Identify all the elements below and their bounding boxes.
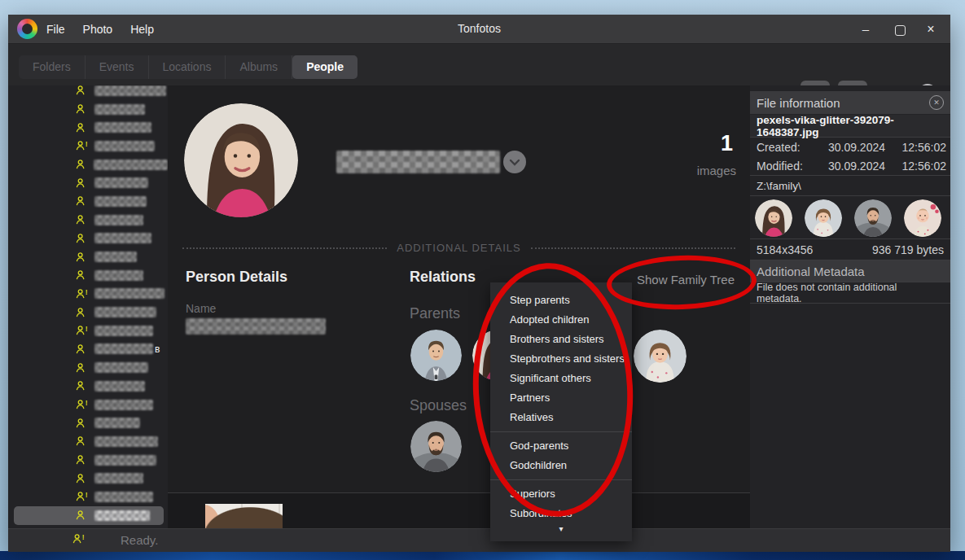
person-icon xyxy=(75,159,94,170)
image-dimensions: 5184x3456 xyxy=(757,243,872,256)
censored-name xyxy=(94,510,150,521)
person-list-item[interactable]: в xyxy=(8,340,168,359)
censored-name xyxy=(94,326,153,336)
person-alert-icon: ! xyxy=(75,140,94,151)
person-list-item[interactable] xyxy=(8,85,168,100)
person-icon xyxy=(75,85,94,96)
additional-details-divider: ADDITIONAL DETAILS xyxy=(182,242,735,254)
person-list-item[interactable] xyxy=(8,413,168,432)
minimize-button[interactable]: – xyxy=(849,15,882,43)
name-field-value-censored[interactable] xyxy=(186,318,326,335)
menu-item-superiors[interactable]: Superiors xyxy=(490,484,632,504)
menu-item-step-parents[interactable]: Step parents xyxy=(490,291,632,310)
menu-item-significant-others[interactable]: Significant others xyxy=(490,369,632,388)
image-count: 1 xyxy=(721,131,733,156)
person-list-item[interactable] xyxy=(8,192,168,211)
tab-albums[interactable]: Albums xyxy=(226,55,292,79)
face-thumbnail[interactable] xyxy=(805,199,842,237)
censored-name xyxy=(94,233,151,243)
close-button[interactable]: × xyxy=(915,15,947,43)
person-icon xyxy=(75,103,94,115)
menu-photo[interactable]: Photo xyxy=(83,23,113,36)
person-icon xyxy=(75,362,94,374)
menu-help[interactable]: Help xyxy=(130,23,154,36)
panel-close-icon[interactable]: ✕ xyxy=(929,95,944,110)
titlebar: File Photo Help Tonfotos – × xyxy=(8,15,950,43)
person-list-item[interactable] xyxy=(8,469,168,488)
person-icon xyxy=(75,380,94,392)
photo-strip xyxy=(168,492,750,529)
name-field-label: Name xyxy=(186,302,216,315)
person-list-item[interactable] xyxy=(8,266,168,285)
menu-item-partners[interactable]: Partners xyxy=(490,388,632,408)
menu-item-stepbrothers-and-sisters[interactable]: Stepbrothers and sisters xyxy=(490,349,632,369)
face-thumbnail[interactable] xyxy=(755,199,792,237)
person-list-item[interactable] xyxy=(8,118,168,137)
status-text: Ready. xyxy=(121,533,158,547)
person-list-item[interactable] xyxy=(8,247,168,266)
person-list-item[interactable]: ! xyxy=(8,396,168,414)
partial-photo-thumbnail[interactable] xyxy=(205,504,283,530)
person-icon xyxy=(75,177,94,189)
file-info-title: File information xyxy=(757,96,929,110)
censored-name xyxy=(94,215,143,225)
person-list-item[interactable] xyxy=(8,230,168,248)
face-thumbnail[interactable] xyxy=(904,199,941,237)
person-list-item[interactable] xyxy=(8,358,168,377)
person-list-item[interactable]: ! xyxy=(8,285,168,304)
person-icon xyxy=(75,269,94,281)
censored-name xyxy=(94,160,168,170)
svg-text:!: ! xyxy=(86,140,88,148)
app-window: File Photo Help Tonfotos – × FoldersEven… xyxy=(8,15,950,552)
chevron-down-icon xyxy=(509,159,520,166)
face-thumbnail[interactable] xyxy=(854,199,892,237)
face-thumbnails xyxy=(750,197,950,239)
svg-text:!: ! xyxy=(86,491,88,499)
menu-item-godchildren[interactable]: Godchildren xyxy=(490,456,632,475)
menu-item-god-parents[interactable]: God-parents xyxy=(490,436,632,456)
svg-text:!: ! xyxy=(82,533,85,541)
desktop-background: File Photo Help Tonfotos – × FoldersEven… xyxy=(0,0,965,560)
menu-item-brothers-and-sisters[interactable]: Brothers and sisters xyxy=(490,330,632,349)
modified-label: Modified: xyxy=(757,160,808,173)
image-count-label: images xyxy=(697,164,736,177)
tab-people[interactable]: People xyxy=(292,55,357,79)
tab-folders[interactable]: Folders xyxy=(19,55,86,79)
created-date: 30.09.2024 xyxy=(808,141,885,154)
person-list-item[interactable]: ! xyxy=(8,137,168,155)
person-list-item[interactable] xyxy=(14,506,164,525)
child-photo[interactable] xyxy=(634,330,686,383)
menu-more-indicator[interactable]: ▾ xyxy=(490,523,632,536)
censored-name xyxy=(94,196,147,207)
person-list-item[interactable]: ! xyxy=(8,488,168,506)
person-list-item[interactable] xyxy=(8,303,168,322)
menu-file[interactable]: File xyxy=(46,23,65,36)
name-menu-button[interactable] xyxy=(503,151,526,173)
parent-photo[interactable] xyxy=(410,330,462,381)
menu-item-adopted-children[interactable]: Adopted children xyxy=(490,310,632,330)
person-list-item[interactable] xyxy=(8,155,168,174)
tab-locations[interactable]: Locations xyxy=(149,55,226,79)
person-list-item[interactable] xyxy=(8,451,168,470)
menu-item-subordinates[interactable]: Subordinates xyxy=(490,504,632,523)
person-name-censored xyxy=(336,151,500,173)
profile-photo[interactable] xyxy=(184,103,298,217)
people-sidebar: !!!в!! xyxy=(8,85,169,529)
menu-item-relatives[interactable]: Relatives xyxy=(490,408,632,427)
person-list-item[interactable] xyxy=(8,432,168,451)
tab-events[interactable]: Events xyxy=(86,55,149,79)
person-list-item[interactable] xyxy=(8,211,168,230)
censored-name xyxy=(94,436,158,447)
person-list-item[interactable] xyxy=(8,377,168,396)
filename: pexels-vika-glitter-392079-1648387.jpg xyxy=(750,115,950,138)
person-list-item[interactable] xyxy=(8,173,168,192)
censored-name xyxy=(94,362,148,373)
show-family-tree-button[interactable]: Show Family Tree xyxy=(637,273,735,287)
person-list-item[interactable] xyxy=(8,100,168,119)
maximize-button[interactable] xyxy=(884,15,916,43)
spouse-photo[interactable] xyxy=(410,421,462,472)
censored-name xyxy=(94,252,137,262)
person-list-item[interactable]: ! xyxy=(8,322,168,340)
modified-time: 12:56:02 xyxy=(885,160,946,173)
person-icon xyxy=(75,307,94,318)
